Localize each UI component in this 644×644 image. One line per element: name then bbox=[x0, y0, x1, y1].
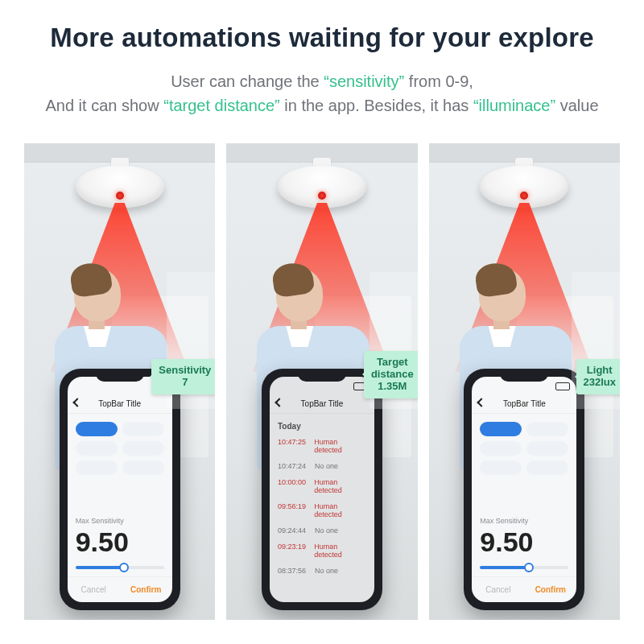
chip[interactable] bbox=[480, 441, 522, 456]
titlebar-text: TopBar Title bbox=[98, 399, 141, 408]
log-row: 08:37:56No one bbox=[270, 563, 374, 579]
log-row: 09:23:19Human detected bbox=[270, 539, 374, 563]
subtitle-line-2: And it can show “target distance” in the… bbox=[0, 95, 644, 117]
callout-target-distance: Target distance 1.35M bbox=[364, 351, 418, 398]
app-screen-log: TopBar Title Today 10:47:25Human detecte… bbox=[270, 377, 374, 602]
sensor-led-icon bbox=[520, 192, 528, 200]
log-time: 08:37:56 bbox=[278, 567, 308, 575]
phone-notch bbox=[298, 369, 346, 382]
callout-value: 7 bbox=[159, 377, 211, 389]
log-status: Human detected bbox=[314, 438, 366, 454]
log-time: 10:47:25 bbox=[278, 438, 308, 454]
log-row: 10:00:00Human detected bbox=[270, 474, 374, 498]
back-icon[interactable] bbox=[477, 398, 486, 407]
marketing-graphic: More automations waiting for your explor… bbox=[0, 0, 644, 644]
presence-sensor bbox=[278, 166, 366, 208]
text: User can change the bbox=[171, 72, 320, 90]
chip[interactable] bbox=[122, 422, 164, 436]
phone-notch bbox=[96, 369, 144, 382]
app-screen-settings: TopBar Title Max Sensitivity bbox=[472, 377, 576, 602]
setting-chips bbox=[472, 414, 576, 480]
chip[interactable] bbox=[122, 441, 164, 456]
text: in the app. Besides, it has bbox=[284, 97, 469, 114]
log-row: 10:47:24No one bbox=[270, 458, 374, 474]
app-titlebar: TopBar Title bbox=[68, 394, 172, 414]
callout-light: Light 232lux bbox=[576, 359, 620, 394]
app-titlebar: TopBar Title bbox=[472, 394, 576, 414]
log-time: 10:47:24 bbox=[278, 462, 308, 470]
sensitivity-value: 9.50 bbox=[68, 525, 172, 561]
confirm-button[interactable]: Confirm bbox=[120, 577, 172, 602]
headline: More automations waiting for your explor… bbox=[0, 23, 644, 53]
log-status: No one bbox=[315, 567, 338, 575]
callout-label: Target bbox=[371, 357, 414, 369]
setting-chips bbox=[68, 414, 172, 480]
dialog-footer: Cancel Confirm bbox=[472, 576, 576, 602]
titlebar-text: TopBar Title bbox=[301, 399, 344, 408]
cancel-button[interactable]: Cancel bbox=[68, 577, 120, 602]
log-status: Human detected bbox=[314, 543, 366, 559]
text: value bbox=[560, 97, 599, 114]
chip[interactable] bbox=[526, 441, 568, 456]
phone-mockup: TopBar Title Today 10:47:25Human detecte… bbox=[262, 369, 382, 610]
log-time: 09:24:44 bbox=[278, 526, 308, 535]
chip[interactable] bbox=[480, 422, 522, 436]
chip[interactable] bbox=[480, 460, 522, 475]
log-time: 09:23:19 bbox=[278, 543, 308, 559]
log-status: Human detected bbox=[314, 502, 366, 518]
phone-mockup: TopBar Title Max Sensitivity bbox=[464, 369, 584, 610]
presence-sensor bbox=[76, 166, 164, 208]
phone-mockup: TopBar Title Max Sensitivity bbox=[60, 369, 180, 610]
back-icon[interactable] bbox=[275, 398, 283, 407]
log-status: No one bbox=[315, 526, 338, 535]
sensor-led-icon bbox=[116, 192, 124, 200]
callout-value: 232lux bbox=[584, 377, 616, 389]
app-screen-settings: TopBar Title Max Sensitivity bbox=[68, 377, 172, 602]
sensor-led-icon bbox=[318, 192, 326, 200]
panel-illuminance: TopBar Title Max Sensitivity bbox=[429, 143, 620, 620]
log-row: 10:47:25Human detected bbox=[270, 434, 374, 458]
back-icon[interactable] bbox=[72, 398, 81, 407]
panel-sensitivity: TopBar Title Max Sensitivity bbox=[24, 143, 215, 620]
callout-label: Sensitivity bbox=[159, 365, 211, 377]
sensitivity-slider[interactable] bbox=[480, 566, 568, 569]
panels-row: TopBar Title Max Sensitivity bbox=[24, 143, 620, 620]
log-date-header: Today bbox=[270, 414, 374, 434]
titlebar-text: TopBar Title bbox=[503, 399, 546, 408]
log-time: 10:00:00 bbox=[278, 478, 308, 494]
panel-target-distance: TopBar Title Today 10:47:25Human detecte… bbox=[226, 143, 417, 620]
cancel-button[interactable]: Cancel bbox=[472, 577, 524, 602]
log-time: 09:56:19 bbox=[278, 502, 308, 518]
chip[interactable] bbox=[76, 422, 118, 436]
chip[interactable] bbox=[76, 460, 118, 475]
keyword-illuminance: “illuminace” bbox=[473, 97, 555, 114]
log-row: 09:56:19Human detected bbox=[270, 498, 374, 522]
chip[interactable] bbox=[76, 441, 118, 456]
app-titlebar: TopBar Title bbox=[270, 394, 374, 414]
log-row: 09:24:44No one bbox=[270, 522, 374, 539]
subtitle-line-1: User can change the “sensitivity” from 0… bbox=[0, 71, 644, 93]
text: from 0-9, bbox=[409, 72, 473, 90]
keyword-target-distance: “target distance” bbox=[163, 97, 280, 114]
callout-value: 1.35M bbox=[371, 381, 414, 393]
phone-notch bbox=[500, 369, 548, 382]
section-label: Max Sensitivity bbox=[472, 512, 576, 525]
dialog-footer: Cancel Confirm bbox=[68, 576, 172, 602]
section-label: Max Sensitivity bbox=[68, 512, 172, 525]
callout-label: distance bbox=[371, 369, 414, 381]
callout-label: Light bbox=[584, 365, 616, 377]
confirm-button[interactable]: Confirm bbox=[524, 577, 576, 602]
chip[interactable] bbox=[526, 422, 568, 436]
sensitivity-slider[interactable] bbox=[76, 566, 164, 569]
text: And it can show bbox=[45, 97, 159, 114]
log-status: No one bbox=[315, 462, 338, 470]
callout-sensitivity: Sensitivity 7 bbox=[151, 359, 215, 394]
sensitivity-value: 9.50 bbox=[472, 525, 576, 561]
log-status: Human detected bbox=[314, 478, 366, 494]
keyword-sensitivity: “sensitivity” bbox=[324, 72, 404, 90]
chip[interactable] bbox=[122, 460, 164, 475]
presence-sensor bbox=[480, 166, 568, 208]
chip[interactable] bbox=[526, 460, 568, 475]
